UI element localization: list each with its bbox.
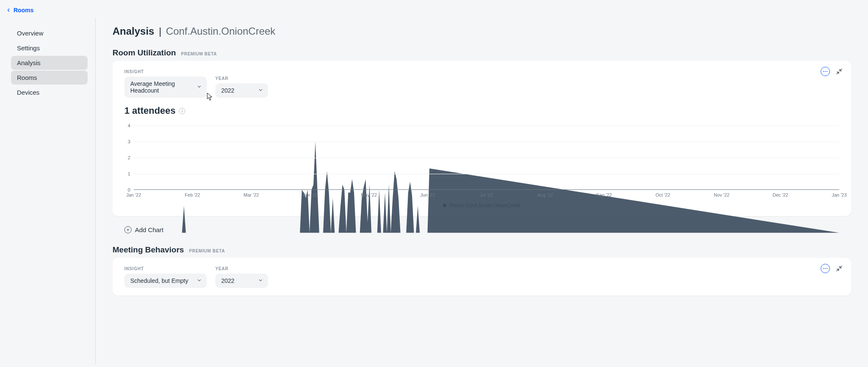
ellipsis-icon (821, 264, 830, 273)
x-tick: May '22 (361, 192, 377, 197)
y-tick: 2 (128, 155, 130, 160)
sidebar: Overview Settings Analysis Rooms Devices (0, 18, 95, 100)
y-tick: 3 (128, 139, 130, 144)
year-label: YEAR (215, 266, 268, 271)
more-menu-button[interactable] (821, 67, 830, 76)
svg-point-5 (823, 268, 824, 269)
insight-label: INSIGHT (124, 69, 207, 74)
svg-point-7 (827, 268, 827, 269)
sidebar-item-rooms[interactable]: Rooms (11, 71, 88, 85)
x-tick: Jan '22 (126, 192, 141, 197)
chevron-down-icon (258, 87, 263, 94)
page-title: Analysis | Conf.Austin.OnionCreek (113, 25, 851, 37)
x-tick: Apr '22 (303, 192, 318, 197)
back-chevron-icon[interactable] (6, 8, 11, 13)
svg-line-8 (837, 269, 839, 271)
x-tick: Nov '22 (714, 192, 730, 197)
insight-select[interactable]: Average Meeting Headcount (124, 77, 207, 98)
sidebar-item-settings[interactable]: Settings (11, 41, 88, 55)
x-tick: Feb '22 (185, 192, 200, 197)
svg-line-9 (840, 266, 842, 268)
room-utilization-card: INSIGHT Average Meeting Headcount YEAR 2… (113, 61, 851, 216)
headcount-chart: 01234 Jan '22Feb '22Mar '22Apr '22May '2… (124, 126, 839, 208)
year-select-value: 2022 (221, 277, 234, 284)
plus-icon: + (124, 226, 132, 233)
insight-label: INSIGHT (124, 266, 207, 271)
main-content: Analysis | Conf.Austin.OnionCreek Room U… (96, 18, 868, 299)
svg-point-0 (823, 71, 824, 72)
chevron-down-icon (258, 277, 263, 284)
chevron-down-icon (197, 277, 202, 284)
chevron-down-icon (197, 84, 202, 90)
x-tick: Sep '22 (596, 192, 612, 197)
x-tick: Jun '22 (420, 192, 435, 197)
collapse-button[interactable] (836, 265, 843, 272)
insight-select-value: Scheduled, but Empty (130, 277, 188, 284)
year-label: YEAR (215, 76, 268, 81)
x-tick: Mar '22 (244, 192, 259, 197)
ellipsis-icon (821, 67, 830, 76)
sidebar-item-devices[interactable]: Devices (11, 85, 88, 99)
x-tick: Aug '22 (538, 192, 553, 197)
svg-point-2 (827, 71, 827, 72)
collapse-icon (836, 265, 843, 272)
info-icon[interactable]: i (179, 108, 185, 114)
premium-beta-badge: PREMIUM BETA (181, 52, 217, 56)
x-tick: Jul '22 (480, 192, 493, 197)
metric-attendees: 1 attendees (124, 105, 176, 116)
year-select-value: 2022 (221, 87, 234, 94)
year-select[interactable]: 2022 (215, 83, 268, 98)
section-title-room-utilization: Room Utilization (113, 48, 176, 58)
page-title-room: Conf.Austin.OnionCreek (166, 25, 275, 37)
x-tick: Oct '22 (656, 192, 670, 197)
breadcrumb-rooms-link[interactable]: Rooms (14, 7, 33, 14)
x-tick: Jan '23 (832, 192, 846, 197)
svg-line-3 (837, 72, 839, 74)
page-title-separator: | (157, 25, 163, 37)
svg-point-1 (825, 71, 826, 72)
y-tick: 0 (128, 187, 130, 192)
year-select[interactable]: 2022 (215, 274, 268, 288)
y-tick: 1 (128, 171, 130, 176)
sidebar-item-overview[interactable]: Overview (11, 26, 88, 40)
insight-select-value: Average Meeting Headcount (130, 80, 175, 94)
meeting-behaviors-card: INSIGHT Scheduled, but Empty YEAR 2022 (113, 258, 851, 296)
premium-beta-badge: PREMIUM BETA (189, 249, 225, 253)
svg-point-6 (825, 268, 826, 269)
more-menu-button[interactable] (821, 264, 830, 273)
y-tick: 4 (128, 123, 130, 128)
section-title-meeting-behaviors: Meeting Behaviors (113, 245, 184, 255)
insight-select[interactable]: Scheduled, but Empty (124, 274, 207, 288)
svg-line-4 (840, 69, 842, 71)
collapse-button[interactable] (836, 68, 843, 75)
x-tick: Dec '22 (773, 192, 788, 197)
page-title-prefix: Analysis (113, 25, 154, 37)
collapse-icon (836, 68, 843, 75)
sidebar-item-analysis[interactable]: Analysis (11, 56, 88, 70)
